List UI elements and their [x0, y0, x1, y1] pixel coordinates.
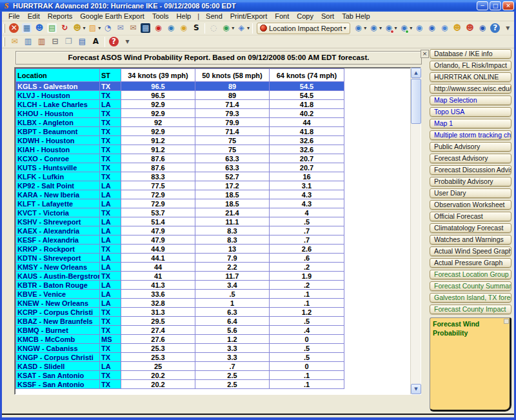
- probability-cell[interactable]: 92.9: [121, 100, 195, 109]
- menu-item-help[interactable]: Help: [173, 12, 195, 20]
- sidebar-item-observation-worksheet[interactable]: Observation Worksheet: [430, 200, 511, 210]
- column-header-4[interactable]: 64 knots (74 mph): [270, 69, 344, 82]
- location-cell[interactable]: KGLS - Galveston: [16, 82, 100, 91]
- probability-cell[interactable]: 96.5: [121, 82, 195, 91]
- menu-item-send[interactable]: Send: [202, 12, 226, 20]
- state-cell[interactable]: LA: [100, 290, 121, 299]
- probability-cell[interactable]: .7: [195, 362, 270, 371]
- sidebar-item-forecast-advisory[interactable]: Forecast Advisory: [430, 154, 511, 163]
- probability-cell[interactable]: 41: [121, 272, 195, 281]
- menu-item-file[interactable]: File: [5, 12, 24, 20]
- probability-cell[interactable]: 1.2: [270, 308, 344, 317]
- probability-cell[interactable]: 44.1: [121, 254, 195, 263]
- sidebar-item-probability-advisory[interactable]: Probability Advisory: [430, 177, 511, 186]
- probability-cell[interactable]: .6: [270, 254, 344, 263]
- probability-cell[interactable]: 92: [121, 118, 195, 127]
- probability-cell[interactable]: 71.4: [195, 127, 270, 136]
- globe-weather-icon[interactable]: ◉: [178, 23, 190, 34]
- storm-globe-red-icon[interactable]: ◉: [153, 23, 164, 34]
- table-row[interactable]: KUTS - HuntsvilleTX87.663.320.7: [16, 163, 344, 172]
- probability-cell[interactable]: .2: [270, 263, 344, 272]
- archive-clock-icon[interactable]: ◔: [102, 23, 114, 34]
- state-cell[interactable]: TX: [100, 380, 121, 389]
- help-alt-icon[interactable]: ?: [108, 36, 120, 48]
- state-cell[interactable]: LA: [100, 235, 121, 245]
- menu-item-font[interactable]: Font: [271, 12, 293, 20]
- column-header-2[interactable]: 34 knots (39 mph): [121, 69, 195, 82]
- probability-cell[interactable]: 89: [195, 91, 270, 100]
- toolbar-overflow-icon[interactable]: ▾: [502, 23, 513, 34]
- state-cell[interactable]: TX: [100, 371, 121, 380]
- state-cell[interactable]: TX: [100, 344, 121, 353]
- table-row[interactable]: KLVJ - HoustonTX96.58954.5: [16, 91, 344, 100]
- probability-cell[interactable]: 47.9: [121, 226, 195, 235]
- exit-icon[interactable]: ✕: [8, 23, 20, 34]
- state-cell[interactable]: TX: [100, 326, 121, 335]
- probability-cell[interactable]: 29.5: [121, 317, 195, 326]
- location-cell[interactable]: KBPT - Beaumont: [16, 127, 100, 136]
- probability-cell[interactable]: 32.8: [121, 299, 195, 308]
- state-cell[interactable]: MS: [100, 335, 121, 344]
- column-header-1[interactable]: ST: [100, 69, 121, 82]
- help-icon[interactable]: ?: [490, 23, 501, 34]
- menu-item-edit[interactable]: Edit: [24, 12, 44, 20]
- sidebar-item-user-diary[interactable]: User Diary: [430, 188, 511, 198]
- state-cell[interactable]: LA: [100, 254, 121, 263]
- probability-cell[interactable]: 20.7: [270, 163, 344, 172]
- state-cell[interactable]: TX: [100, 154, 121, 163]
- table-row[interactable]: KIAH - HoustonTX91.27532.6: [16, 145, 344, 154]
- chevron-down-icon[interactable]: ▾: [247, 23, 250, 34]
- location-cell[interactable]: KSHV - Shreveport: [16, 217, 100, 226]
- menu-item-tools[interactable]: Tools: [148, 12, 173, 20]
- sidebar-item-galveston-island-tx-forecast-detail[interactable]: Galveston Island, TX forecast detail: [430, 293, 511, 303]
- sidebar-item-watches-and-warnings[interactable]: Watches and Warnings: [430, 235, 511, 245]
- analyst-yellow-icon[interactable]: ☻: [452, 23, 463, 34]
- probability-cell[interactable]: 92.9: [121, 109, 195, 118]
- probability-cell[interactable]: 2.5: [195, 371, 270, 380]
- probability-cell[interactable]: 44: [121, 263, 195, 272]
- sidebar-item-official-forecast[interactable]: Official Forecast: [430, 212, 511, 221]
- probability-cell[interactable]: .1: [270, 290, 344, 299]
- state-cell[interactable]: TX: [100, 353, 121, 362]
- scrollbar-thumb[interactable]: [411, 79, 421, 124]
- probability-cell[interactable]: 16: [270, 172, 344, 181]
- state-cell[interactable]: TX: [100, 308, 121, 317]
- table-row[interactable]: KCRP - Corpus ChristiTX31.36.31.2: [16, 308, 344, 317]
- probability-cell[interactable]: 21.4: [195, 208, 270, 217]
- menu-item-tab-help[interactable]: Tab Help: [338, 12, 373, 20]
- probability-cell[interactable]: 54.5: [270, 82, 344, 91]
- state-cell[interactable]: TX: [100, 127, 121, 136]
- location-cell[interactable]: KBMQ - Burnet: [16, 326, 100, 335]
- chevron-down-icon[interactable]: ▾: [410, 23, 412, 34]
- probability-cell[interactable]: 47.9: [121, 235, 195, 245]
- probability-cell[interactable]: 79.3: [195, 109, 270, 118]
- chevron-down-icon[interactable]: ▾: [379, 23, 382, 34]
- column-header-3[interactable]: 50 knots (58 mph): [195, 69, 270, 82]
- analyst-red-icon[interactable]: ☻: [464, 23, 476, 34]
- probability-cell[interactable]: 2.6: [270, 245, 344, 254]
- location-cell[interactable]: KAUS - Austin-Bergstrom: [16, 272, 100, 281]
- state-cell[interactable]: TX: [100, 136, 121, 145]
- probability-cell[interactable]: 41.8: [270, 127, 344, 136]
- probability-cell[interactable]: .5: [270, 353, 344, 362]
- chevron-down-icon[interactable]: ▾: [83, 23, 86, 34]
- state-cell[interactable]: LA: [100, 199, 121, 208]
- probability-cell[interactable]: 53.7: [121, 208, 195, 217]
- location-cell[interactable]: KUTS - Huntsville: [16, 163, 100, 172]
- location-cell[interactable]: KIAH - Houston: [16, 145, 100, 154]
- sidebar-item-database-ike-info[interactable]: Database / IKE info: [430, 49, 511, 59]
- state-cell[interactable]: TX: [100, 118, 121, 127]
- location-cell[interactable]: KMCB - McComb: [16, 335, 100, 344]
- table-row[interactable]: KASD - SlidellLA25.70: [16, 362, 344, 371]
- location-cell[interactable]: KLFK - Lufkin: [16, 172, 100, 181]
- probability-cell[interactable]: 41.8: [270, 100, 344, 109]
- location-cell[interactable]: KASD - Slidell: [16, 362, 100, 371]
- location-cell[interactable]: KCRP - Corpus Christi: [16, 308, 100, 317]
- probability-cell[interactable]: 3.3: [195, 353, 270, 362]
- report-list-icon[interactable]: ▤: [46, 23, 58, 34]
- probability-cell[interactable]: 3.3: [195, 344, 270, 353]
- menu-item-reports[interactable]: Reports: [44, 12, 77, 20]
- probability-cell[interactable]: 33.6: [121, 290, 195, 299]
- menu-item-copy[interactable]: Copy: [293, 12, 317, 20]
- table-row[interactable]: KGLS - GalvestonTX96.58954.5: [16, 82, 344, 91]
